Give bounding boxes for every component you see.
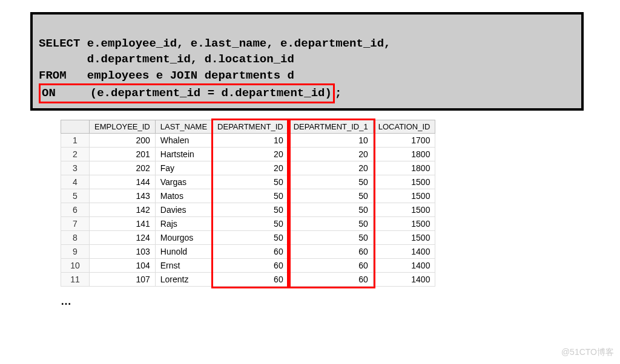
table-row: 2201Hartstein20201800	[61, 147, 435, 161]
cell-rownum: 5	[61, 189, 90, 203]
cell-department-id-1: 50	[288, 230, 373, 244]
cell-last-name: Hunold	[155, 244, 212, 258]
cell-department-id-1: 50	[288, 203, 373, 216]
cell-department-id: 20	[213, 161, 289, 175]
table-row: 4144Vargas50501500	[61, 175, 435, 189]
cell-rownum: 4	[61, 175, 90, 189]
cell-location-id: 1500	[373, 216, 435, 230]
table-row: 11107Lorentz60601400	[61, 272, 435, 286]
cell-last-name: Hartstein	[155, 147, 212, 161]
table-row: 3202Fay20201800	[61, 161, 435, 175]
sql-semicolon: ;	[335, 85, 341, 102]
results-table: EMPLOYEE_ID LAST_NAME DEPARTMENT_ID DEPA…	[61, 120, 435, 287]
cell-location-id: 1500	[373, 189, 435, 203]
header-department-id: DEPARTMENT_ID	[213, 120, 289, 133]
cell-employee-id: 142	[90, 203, 156, 216]
cell-employee-id: 104	[90, 258, 156, 272]
table-row: 6142Davies50501500	[61, 203, 435, 216]
cell-location-id: 1500	[373, 203, 435, 216]
cell-employee-id: 141	[90, 216, 156, 230]
cell-employee-id: 202	[90, 161, 156, 175]
cell-last-name: Whalen	[155, 133, 212, 147]
header-department-id-1: DEPARTMENT_ID_1	[288, 120, 373, 133]
cell-last-name: Ernst	[155, 258, 212, 272]
header-location-id: LOCATION_ID	[373, 120, 435, 133]
cell-department-id-1: 60	[288, 244, 373, 258]
cell-location-id: 1800	[373, 147, 435, 161]
table-row: 1200Whalen10101700	[61, 133, 435, 147]
cell-employee-id: 107	[90, 272, 156, 286]
cell-department-id-1: 50	[288, 189, 373, 203]
header-rownum	[61, 120, 90, 133]
header-employee-id: EMPLOYEE_ID	[90, 120, 156, 133]
cell-department-id-1: 60	[288, 258, 373, 272]
cell-rownum: 8	[61, 230, 90, 244]
cell-department-id-1: 20	[288, 147, 373, 161]
cell-rownum: 10	[61, 258, 90, 272]
table-row: 10104Ernst60601400	[61, 258, 435, 272]
cell-last-name: Mourgos	[155, 230, 212, 244]
cell-department-id: 50	[213, 230, 289, 244]
cell-employee-id: 103	[90, 244, 156, 258]
cell-last-name: Davies	[155, 203, 212, 216]
ellipsis: …	[61, 295, 608, 308]
cell-last-name: Vargas	[155, 175, 212, 189]
cell-last-name: Rajs	[155, 216, 212, 230]
cell-employee-id: 144	[90, 175, 156, 189]
cell-location-id: 1800	[373, 161, 435, 175]
table-row: 5143Matos50501500	[61, 189, 435, 203]
cell-location-id: 1500	[373, 230, 435, 244]
sql-line-1: SELECT e.employee_id, e.last_name, e.dep…	[39, 37, 391, 50]
cell-employee-id: 200	[90, 133, 156, 147]
cell-location-id: 1700	[373, 133, 435, 147]
cell-location-id: 1500	[373, 175, 435, 189]
table-row: 8124Mourgos50501500	[61, 230, 435, 244]
cell-department-id: 50	[213, 203, 289, 216]
results-table-wrapper: EMPLOYEE_ID LAST_NAME DEPARTMENT_ID DEPA…	[61, 120, 435, 287]
cell-location-id: 1400	[373, 244, 435, 258]
cell-location-id: 1400	[373, 258, 435, 272]
sql-line-3: FROM employees e JOIN departments d	[39, 69, 294, 82]
header-last-name: LAST_NAME	[155, 120, 212, 133]
cell-department-id: 50	[213, 175, 289, 189]
cell-department-id: 60	[213, 272, 289, 286]
cell-department-id-1: 60	[288, 272, 373, 286]
cell-location-id: 1400	[373, 272, 435, 286]
cell-department-id-1: 20	[288, 161, 373, 175]
cell-department-id: 60	[213, 258, 289, 272]
table-row: 9103Hunold60601400	[61, 244, 435, 258]
cell-rownum: 11	[61, 272, 90, 286]
cell-last-name: Matos	[155, 189, 212, 203]
cell-rownum: 7	[61, 216, 90, 230]
cell-employee-id: 143	[90, 189, 156, 203]
cell-rownum: 2	[61, 147, 90, 161]
cell-department-id: 60	[213, 244, 289, 258]
cell-last-name: Lorentz	[155, 272, 212, 286]
cell-last-name: Fay	[155, 161, 212, 175]
cell-rownum: 1	[61, 133, 90, 147]
sql-line-2: d.department_id, d.location_id	[39, 53, 294, 66]
cell-department-id-1: 10	[288, 133, 373, 147]
cell-department-id-1: 50	[288, 175, 373, 189]
cell-employee-id: 201	[90, 147, 156, 161]
cell-department-id: 50	[213, 216, 289, 230]
table-header-row: EMPLOYEE_ID LAST_NAME DEPARTMENT_ID DEPA…	[61, 120, 435, 133]
table-row: 7141Rajs50501500	[61, 216, 435, 230]
cell-rownum: 9	[61, 244, 90, 258]
cell-rownum: 6	[61, 203, 90, 216]
sql-query-box: SELECT e.employee_id, e.last_name, e.dep…	[30, 12, 584, 111]
cell-department-id: 20	[213, 147, 289, 161]
sql-on-clause-highlight: ON (e.department_id = d.department_id)	[39, 83, 335, 103]
cell-employee-id: 124	[90, 230, 156, 244]
cell-rownum: 3	[61, 161, 90, 175]
cell-department-id: 50	[213, 189, 289, 203]
cell-department-id-1: 50	[288, 216, 373, 230]
cell-department-id: 10	[213, 133, 289, 147]
